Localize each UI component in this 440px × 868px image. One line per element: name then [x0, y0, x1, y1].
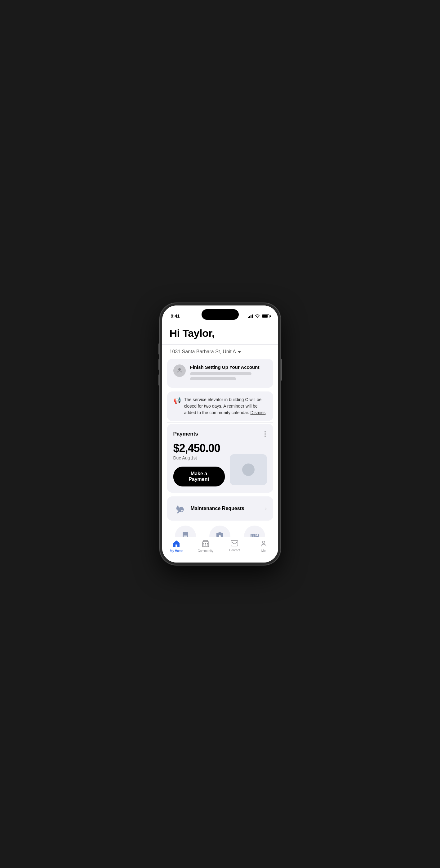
phone-screen: 9:41 — [162, 306, 278, 562]
access-action[interactable]: Access — [238, 526, 270, 537]
building-lock-icon — [249, 531, 260, 537]
status-icons — [248, 314, 269, 318]
documents-action[interactable]: Documents — [170, 526, 202, 537]
payments-header: Payments — [173, 430, 267, 438]
main-scroll-content[interactable]: Hi Taylor, 1031 Santa Barbara St, Unit A — [162, 321, 278, 537]
status-time: 9:41 — [171, 313, 180, 318]
skeleton-line-2 — [190, 377, 236, 380]
svg-rect-28 — [231, 540, 238, 546]
payment-graphic-inner — [242, 464, 255, 476]
setup-card[interactable]: Finish Setting Up Your Account — [167, 359, 273, 388]
tab-bar: My Home Community — [162, 537, 278, 562]
svg-rect-13 — [253, 535, 253, 535]
svg-rect-6 — [183, 534, 187, 534]
svg-rect-25 — [203, 545, 204, 546]
alert-text: The service elevator in building C will … — [184, 397, 267, 416]
svg-rect-24 — [207, 543, 208, 544]
more-options-button[interactable] — [263, 430, 267, 438]
quick-actions-row: Documents Renter's Insurance — [162, 521, 278, 537]
person-tab-icon — [260, 540, 267, 548]
svg-rect-23 — [205, 543, 206, 544]
dot-1 — [265, 431, 266, 432]
make-payment-button[interactable]: Make a Payment — [173, 467, 225, 487]
tab-me-label: Me — [261, 549, 266, 553]
address-bar[interactable]: 1031 Santa Barbara St, Unit A — [162, 345, 278, 359]
insurance-action[interactable]: Renter's Insurance — [204, 526, 236, 537]
tab-my-home-label: My Home — [170, 549, 183, 553]
battery-icon — [262, 314, 269, 318]
svg-rect-22 — [203, 543, 204, 544]
alert-card: 📢 The service elevator in building C wil… — [167, 392, 273, 421]
chevron-down-icon[interactable] — [238, 351, 241, 353]
alert-message: The service elevator in building C will … — [184, 397, 262, 415]
contact-tab-icon — [231, 540, 238, 547]
maintenance-icon — [173, 502, 187, 515]
skeleton-line-1 — [190, 372, 251, 375]
home-tab-icon — [173, 540, 180, 547]
dynamic-island — [202, 309, 239, 320]
cards-section: Finish Setting Up Your Account 📢 The ser… — [162, 359, 278, 421]
svg-rect-5 — [183, 532, 188, 537]
tab-community[interactable]: Community — [191, 540, 220, 553]
svg-rect-7 — [183, 535, 187, 535]
greeting-text: Hi Taylor, — [170, 327, 271, 339]
section-divider — [167, 422, 273, 423]
maintenance-title: Maintenance Requests — [191, 506, 261, 511]
chevron-right-icon: › — [265, 505, 267, 512]
tab-community-label: Community — [198, 549, 213, 553]
wifi-icon — [255, 314, 260, 318]
svg-point-29 — [262, 541, 265, 544]
documents-icon-circle — [175, 526, 196, 537]
wrench-icon — [174, 503, 185, 514]
svg-rect-12 — [251, 535, 252, 535]
svg-point-10 — [219, 535, 221, 536]
tab-contact[interactable]: Contact — [220, 540, 249, 552]
setup-card-title: Finish Setting Up Your Account — [190, 365, 267, 370]
community-tab-icon — [202, 540, 209, 547]
signal-icon — [248, 314, 253, 318]
svg-rect-26 — [205, 545, 206, 546]
dismiss-button[interactable]: Dismiss — [250, 410, 266, 415]
me-tab-icon — [260, 540, 267, 547]
tab-me[interactable]: Me — [249, 540, 278, 553]
house-icon — [173, 540, 180, 548]
svg-rect-27 — [207, 545, 208, 546]
payment-due-date: Due Aug 1st — [173, 456, 225, 460]
dot-3 — [265, 436, 266, 437]
megaphone-icon: 📢 — [173, 397, 181, 404]
person-icon — [176, 367, 183, 374]
payments-card: Payments $2,450.00 Due Aug 1st Make a Pa… — [167, 424, 273, 493]
tab-contact-label: Contact — [229, 549, 240, 552]
maintenance-card[interactable]: Maintenance Requests › — [167, 496, 273, 521]
setup-card-content: Finish Setting Up Your Account — [190, 365, 267, 382]
avatar — [173, 365, 186, 377]
payments-title: Payments — [173, 431, 198, 437]
payment-graphic — [230, 454, 267, 485]
svg-point-0 — [178, 368, 181, 371]
payment-amount: $2,450.00 — [173, 442, 225, 455]
dot-2 — [265, 433, 266, 435]
svg-rect-20 — [202, 542, 209, 547]
payments-left: $2,450.00 Due Aug 1st Make a Payment — [173, 442, 225, 487]
insurance-icon-circle — [209, 526, 230, 537]
address-text: 1031 Santa Barbara St, Unit A — [170, 349, 236, 354]
status-bar: 9:41 — [162, 306, 278, 321]
greeting-section: Hi Taylor, — [162, 321, 278, 344]
tab-my-home[interactable]: My Home — [162, 540, 191, 553]
access-icon-circle — [244, 526, 265, 537]
document-icon — [180, 531, 191, 537]
shield-icon — [215, 531, 225, 537]
phone-frame: 9:41 — [160, 303, 281, 565]
payments-section: Payments $2,450.00 Due Aug 1st Make a Pa… — [162, 424, 278, 521]
building-icon — [202, 540, 209, 548]
svg-rect-21 — [203, 540, 208, 542]
envelope-icon — [231, 540, 238, 548]
payments-body: $2,450.00 Due Aug 1st Make a Payment — [173, 442, 267, 487]
